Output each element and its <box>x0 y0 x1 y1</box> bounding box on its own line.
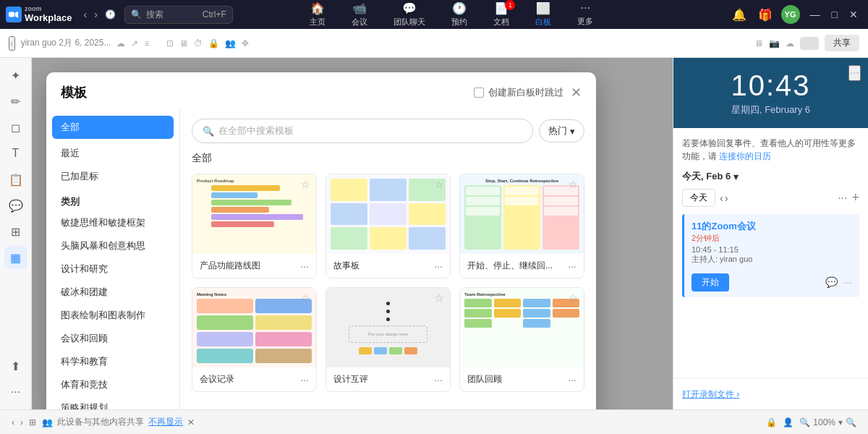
template-card-team-retro[interactable]: ☆ Team Retrospective <box>459 287 584 392</box>
record-link[interactable]: 打开录制文件 › <box>682 389 739 399</box>
nav-cat-6[interactable]: 科学和教育 <box>52 350 174 373</box>
card-more-1[interactable]: ··· <box>434 260 443 272</box>
create-new-checkbox[interactable]: 创建新白板时跳过 <box>474 86 563 99</box>
display-icon[interactable]: 🖥 <box>179 38 188 48</box>
avatar[interactable]: YG <box>781 5 800 24</box>
nav-cat-5[interactable]: 会议和回顾 <box>52 327 174 350</box>
next-arrow-icon[interactable]: › <box>20 417 23 427</box>
template-card-product-roadmap[interactable]: ☆ Product Roadmap <box>192 174 317 278</box>
camera-icon[interactable]: 📷 <box>769 38 780 48</box>
design-dot-2 <box>386 310 390 313</box>
prev-arrow-icon[interactable]: ‹ <box>12 417 14 427</box>
close-button[interactable]: ✕ <box>845 7 862 22</box>
nav-cat-7[interactable]: 体育和竞技 <box>52 373 174 396</box>
sidebar-whiteboard-icon[interactable]: ▦ <box>4 246 27 269</box>
cal-prev-button[interactable]: ‹ <box>720 192 723 204</box>
fav-star-icon-0[interactable]: ☆ <box>301 179 310 190</box>
cursor-icon[interactable]: ✥ <box>242 38 249 48</box>
nav-cat-2[interactable]: 设计和研究 <box>52 258 174 281</box>
nav-cat-8[interactable]: 策略和规划 <box>52 396 174 409</box>
add-frame-icon[interactable]: ⊞ <box>29 417 36 427</box>
template-card-meeting-notes[interactable]: ☆ Meeting Notes <box>192 287 317 392</box>
event-more-button[interactable]: ··· <box>843 276 852 288</box>
minimize-button[interactable]: — <box>806 7 825 22</box>
sidebar-grid-icon[interactable]: ⊞ <box>4 220 27 243</box>
template-thumb-meeting-notes: ☆ Meeting Notes <box>192 288 316 367</box>
fav-star-icon-2[interactable]: ☆ <box>569 179 578 190</box>
fav-star-icon-3[interactable]: ☆ <box>301 292 310 304</box>
sidebar-star-icon[interactable]: ✦ <box>4 64 27 87</box>
history-button[interactable]: 🕐 <box>102 7 119 22</box>
back-button[interactable]: ‹ <box>81 7 90 22</box>
nav-cat-4[interactable]: 图表绘制和图表制作 <box>52 304 174 327</box>
nav-calendar[interactable]: 🕐 预约 <box>438 0 480 30</box>
card-more-5[interactable]: ··· <box>568 374 576 386</box>
template-card-storyboard[interactable]: ☆ <box>326 174 451 278</box>
nav-items: 🏠 主页 📹 会议 💬 团队聊天 🕐 预约 📄 文档 1 ⬜ 白板 ··· 更多 <box>297 0 606 30</box>
cal-next-button[interactable]: › <box>725 192 728 204</box>
forward-button[interactable]: › <box>91 7 101 22</box>
fav-star-icon-5[interactable]: ☆ <box>569 292 578 304</box>
nav-all-item[interactable]: 全部 <box>52 116 174 139</box>
nav-recent-item[interactable]: 最近 <box>52 142 174 165</box>
panel-today[interactable]: 今天, Feb 6 ▾ <box>682 170 859 183</box>
cal-today-button[interactable]: 今天 <box>682 189 715 207</box>
connect-calendar-link[interactable]: 连接你的日历 <box>719 151 771 161</box>
template-search-box[interactable]: 🔍 在全部中搜索模板 <box>192 119 533 143</box>
cloud-save-icon[interactable]: ☁ <box>786 38 794 48</box>
lock-icon[interactable]: 🔒 <box>208 38 219 48</box>
template-card-retro[interactable]: ☆ Stop, Start, Continue Retrospective <box>459 174 584 278</box>
gift-icon[interactable]: 🎁 <box>755 5 775 25</box>
bell-icon[interactable]: 🔔 <box>729 5 749 25</box>
nav-cat-3[interactable]: 破冰和团建 <box>52 281 174 304</box>
nav-meeting[interactable]: 📹 会议 <box>339 0 380 30</box>
modal-close-button[interactable]: ✕ <box>571 86 582 99</box>
cal-add-button[interactable]: + <box>851 190 859 205</box>
sidebar-shapes-icon[interactable]: ◻ <box>4 116 27 139</box>
filter-button[interactable]: 热门 ▾ <box>539 119 584 142</box>
card-more-4[interactable]: ··· <box>434 374 443 386</box>
sidebar-comment-icon[interactable]: 💬 <box>4 194 27 217</box>
card-footer-0: 产品功能路线图 ··· <box>192 254 316 278</box>
sidebar-pen-icon[interactable]: ✏ <box>4 90 27 113</box>
nav-chat[interactable]: 💬 团队聊天 <box>380 0 438 30</box>
sidebar-upload-icon[interactable]: ⬆ <box>4 354 27 378</box>
sidebar-more-icon[interactable]: ··· <box>4 380 27 404</box>
share-button[interactable]: 共享 <box>825 35 859 51</box>
event-start-button[interactable]: 开始 <box>692 273 729 292</box>
nav-docs[interactable]: 📄 文档 1 <box>480 0 522 30</box>
fav-star-icon-4[interactable]: ☆ <box>435 292 444 304</box>
zoom-chevron-icon[interactable]: ▾ <box>838 417 843 427</box>
zoom-in-icon[interactable]: 🔍 <box>846 417 856 427</box>
timer-icon[interactable]: ⏱ <box>194 38 203 48</box>
event-chat-icon[interactable]: 💬 <box>825 276 838 288</box>
card-more-3[interactable]: ··· <box>300 374 309 386</box>
nav-starred-item[interactable]: 已加星标 <box>52 165 174 188</box>
frame-icon[interactable]: ⊡ <box>166 38 174 48</box>
cal-more-button[interactable]: ··· <box>838 192 847 205</box>
cloud-icon: ☁ <box>116 38 125 48</box>
person-icon[interactable]: 👤 <box>783 417 793 427</box>
view-icon[interactable]: 🖥 <box>754 38 763 48</box>
search-box[interactable]: 🔍 搜索 Ctrl+F <box>124 6 233 24</box>
card-more-2[interactable]: ··· <box>568 260 576 272</box>
nav-cat-0[interactable]: 敏捷思维和敏捷框架 <box>52 211 174 234</box>
lock-bottom-icon[interactable]: 🔒 <box>766 417 777 427</box>
app-sidebar: ✦ ✏ ◻ T 📋 💬 ⊞ ▦ ⬆ ··· <box>0 58 32 409</box>
template-card-design-review[interactable]: ☆ Put your design here <box>326 287 451 392</box>
panel-more-button[interactable]: ··· <box>848 65 861 81</box>
nav-whiteboard[interactable]: ⬜ 白板 <box>522 0 564 30</box>
fav-star-icon-1[interactable]: ☆ <box>435 179 444 190</box>
card-more-0[interactable]: ··· <box>300 260 309 272</box>
nav-home[interactable]: 🏠 主页 <box>297 0 339 30</box>
dismiss-link[interactable]: 不再显示 <box>148 416 183 428</box>
sidebar-sticky-icon[interactable]: 📋 <box>4 168 27 191</box>
group-icon[interactable]: 👥 <box>225 38 236 48</box>
nav-more[interactable]: ··· 更多 <box>564 0 606 30</box>
maximize-button[interactable]: □ <box>827 7 842 22</box>
prev-page-button[interactable]: ‹ <box>9 36 15 51</box>
nav-cat-1[interactable]: 头脑风暴和创意构思 <box>52 234 174 258</box>
sidebar-text-icon[interactable]: T <box>4 142 27 165</box>
dismiss-close-icon[interactable]: ✕ <box>187 417 195 427</box>
zoom-out-icon[interactable]: 🔍 <box>799 417 810 427</box>
